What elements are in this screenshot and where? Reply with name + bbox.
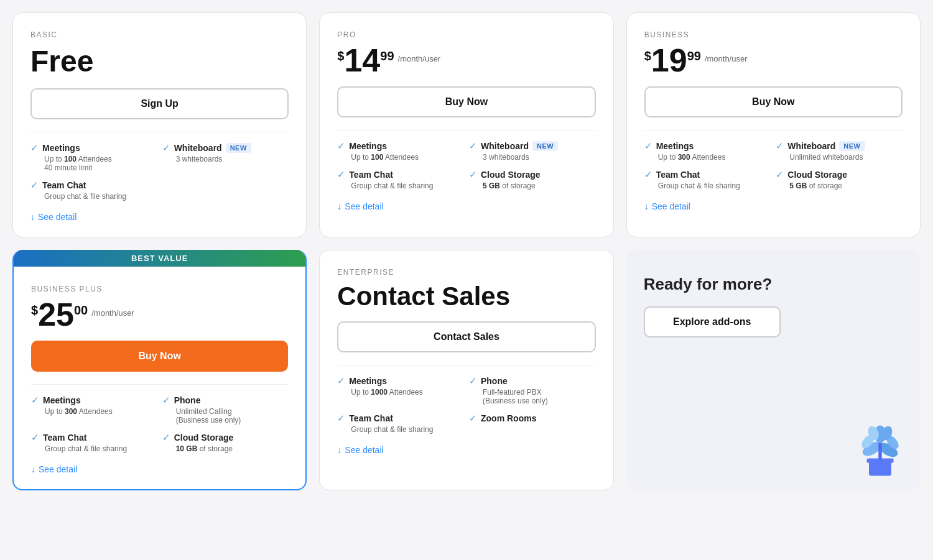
- check-icon: ✓: [337, 169, 345, 180]
- business-price-cents: 99: [687, 49, 701, 63]
- enterprise-see-detail-label: See detail: [345, 445, 383, 455]
- business-plus-plan-label: BUSINESS PLUS: [31, 285, 288, 293]
- pro-meetings-feature: ✓ Meetings Up to 100 Attendees: [337, 140, 464, 162]
- enterprise-meetings-desc: Up to 1000 Attendees: [351, 388, 464, 397]
- business-plus-phone-desc: Unlimited Calling(Business use only): [176, 407, 289, 425]
- pro-whiteboard-desc: 3 whiteboards: [483, 153, 596, 162]
- addon-card: Ready for more? Explore add-ons: [626, 250, 921, 490]
- business-plus-see-detail-label: See detail: [39, 464, 77, 474]
- check-icon: ✓: [469, 413, 477, 424]
- basic-see-detail-link[interactable]: ↓ See detail: [30, 212, 289, 222]
- business-whiteboard-desc: Unlimited whiteboards: [789, 153, 903, 162]
- business-plus-features: ✓ Meetings Up to 300 Attendees ✓ Phone U…: [31, 395, 288, 453]
- pro-see-detail-link[interactable]: ↓ See detail: [337, 201, 595, 211]
- check-icon: ✓: [337, 413, 345, 424]
- pro-teamchat-feature: ✓ Team Chat Group chat & file sharing: [337, 169, 464, 190]
- enterprise-plan-label: ENTERPRISE: [337, 268, 595, 277]
- business-plus-cloudstorage-desc: 10 GB of storage: [176, 444, 289, 453]
- business-teamchat-feature: ✓ Team Chat Group chat & file sharing: [644, 169, 771, 190]
- basic-whiteboard-feature: ✓ Whiteboard NEW 3 whiteboards: [162, 142, 289, 172]
- pricing-grid: BASIC Free Sign Up ✓ Meetings Up to 100 …: [12, 12, 921, 490]
- basic-meetings-feature: ✓ Meetings Up to 100 Attendees40 minute …: [30, 142, 157, 172]
- enterprise-zoomrooms-name: Zoom Rooms: [481, 413, 536, 423]
- business-cloudstorage-name: Cloud Storage: [787, 170, 847, 180]
- enterprise-zoomrooms-feature: ✓ Zoom Rooms: [469, 413, 596, 434]
- check-icon: ✓: [337, 140, 345, 152]
- business-plus-see-detail-link[interactable]: ↓ See detail: [31, 464, 288, 474]
- business-plus-teamchat-name: Team Chat: [43, 433, 87, 443]
- check-icon: ✓: [469, 140, 477, 152]
- business-plus-price-main: 25: [38, 298, 74, 331]
- check-icon: ✓: [31, 432, 39, 443]
- pro-price-dollar: $: [337, 49, 344, 63]
- arrow-down-icon: ↓: [337, 445, 341, 455]
- business-plus-meetings-desc: Up to 300 Attendees: [45, 407, 157, 416]
- pro-meetings-name: Meetings: [349, 141, 387, 151]
- explore-addons-button[interactable]: Explore add-ons: [644, 306, 781, 337]
- check-icon: ✓: [30, 180, 39, 191]
- check-icon: ✓: [31, 395, 39, 406]
- basic-price: Free: [30, 44, 289, 78]
- enterprise-see-detail-link[interactable]: ↓ See detail: [337, 445, 595, 455]
- enterprise-teamchat-feature: ✓ Team Chat Group chat & file sharing: [337, 413, 464, 434]
- business-see-detail-link[interactable]: ↓ See detail: [644, 201, 903, 211]
- pro-plan-label: PRO: [337, 30, 595, 39]
- business-cloudstorage-feature: ✓ Cloud Storage 5 GB of storage: [776, 169, 903, 190]
- business-plus-divider: [31, 384, 288, 385]
- basic-meetings-desc: Up to 100 Attendees40 minute limit: [44, 155, 157, 172]
- pro-cloudstorage-name: Cloud Storage: [481, 170, 541, 180]
- check-icon: ✓: [337, 375, 345, 387]
- check-icon: ✓: [776, 140, 784, 152]
- arrow-down-icon: ↓: [337, 201, 341, 211]
- pro-price-cents: 99: [380, 49, 394, 63]
- arrow-down-icon: ↓: [644, 201, 649, 211]
- pro-whiteboard-feature: ✓ Whiteboard NEW 3 whiteboards: [469, 140, 596, 162]
- basic-meetings-name: Meetings: [42, 143, 80, 153]
- pro-whiteboard-name: Whiteboard: [481, 141, 529, 151]
- enterprise-phone-feature: ✓ Phone Full-featured PBX(Business use o…: [469, 375, 596, 405]
- business-plus-meetings-feature: ✓ Meetings Up to 300 Attendees: [31, 395, 157, 425]
- check-icon: ✓: [30, 142, 39, 154]
- business-meetings-feature: ✓ Meetings Up to 300 Attendees: [644, 140, 771, 162]
- pro-teamchat-name: Team Chat: [349, 170, 393, 180]
- business-teamchat-name: Team Chat: [656, 170, 700, 180]
- business-plus-teamchat-desc: Group chat & file sharing: [45, 444, 157, 453]
- pro-buy-button[interactable]: Buy Now: [337, 86, 595, 117]
- business-meetings-name: Meetings: [656, 141, 694, 151]
- check-icon: ✓: [644, 169, 652, 180]
- enterprise-teamchat-desc: Group chat & file sharing: [351, 425, 464, 434]
- check-icon: ✓: [162, 432, 170, 443]
- best-value-banner: BEST VALUE: [14, 250, 305, 267]
- basic-signup-button[interactable]: Sign Up: [30, 88, 289, 119]
- check-icon: ✓: [469, 375, 477, 387]
- business-price-period: /month/user: [705, 54, 748, 63]
- pro-see-detail-label: See detail: [345, 201, 383, 211]
- basic-teamchat-desc: Group chat & file sharing: [44, 192, 157, 201]
- business-plus-price-period: /month/user: [91, 308, 134, 318]
- pro-price-row: $ 14 99 /month/user: [337, 44, 595, 76]
- pro-cloudstorage-desc: 5 GB of storage: [483, 181, 596, 190]
- business-plus-price-dollar: $: [31, 303, 38, 318]
- enterprise-meetings-name: Meetings: [349, 376, 387, 386]
- business-cloudstorage-desc: 5 GB of storage: [789, 181, 903, 190]
- business-plus-buy-button[interactable]: Buy Now: [31, 341, 288, 372]
- business-see-detail-label: See detail: [652, 201, 690, 211]
- business-plan-label: BUSINESS: [644, 30, 903, 39]
- business-price-row: $ 19 99 /month/user: [644, 44, 903, 76]
- enterprise-price: Contact Sales: [337, 282, 595, 311]
- check-icon: ✓: [644, 140, 652, 152]
- pro-teamchat-desc: Group chat & file sharing: [351, 181, 464, 190]
- basic-features: ✓ Meetings Up to 100 Attendees40 minute …: [30, 142, 289, 201]
- business-plus-price-cents: 00: [74, 303, 88, 318]
- check-icon: ✓: [776, 169, 784, 180]
- business-whiteboard-name: Whiteboard: [787, 141, 835, 151]
- pro-cloudstorage-feature: ✓ Cloud Storage 5 GB of storage: [469, 169, 596, 190]
- enterprise-plan-card: ENTERPRISE Contact Sales Contact Sales ✓…: [319, 250, 613, 490]
- new-badge: NEW: [839, 141, 865, 151]
- enterprise-divider: [337, 365, 595, 365]
- business-plus-cloudstorage-feature: ✓ Cloud Storage 10 GB of storage: [162, 432, 289, 453]
- enterprise-contact-button[interactable]: Contact Sales: [337, 321, 595, 352]
- basic-whiteboard-desc: 3 whiteboards: [176, 155, 289, 163]
- business-buy-button[interactable]: Buy Now: [644, 86, 903, 117]
- business-plus-teamchat-feature: ✓ Team Chat Group chat & file sharing: [31, 432, 157, 453]
